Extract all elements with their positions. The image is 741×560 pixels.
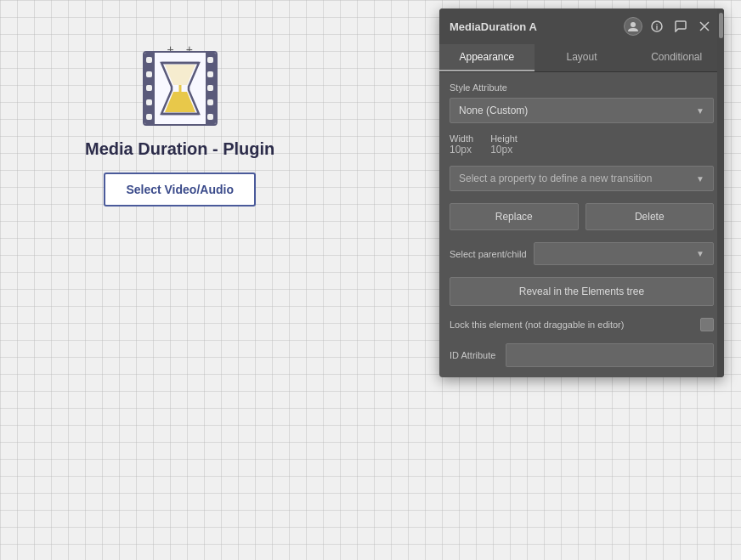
height-value: 10px [490,144,518,156]
svg-text:i: i [656,23,659,31]
panel-content: Style Attribute None (Custom) ▼ Width 10… [439,72,724,377]
id-row: ID Attribute [450,343,714,367]
parent-child-dropdown[interactable]: ▼ [534,242,715,265]
hourglass-svg [158,61,202,116]
style-attribute-value: None (Custom) [459,105,528,116]
scroll-indicator[interactable] [717,8,724,377]
plugin-preview: + + Med [85,51,274,206]
panel-title: MediaDuration A [450,20,537,33]
action-buttons: Replace Delete [450,203,714,230]
film-holes-left [144,53,155,124]
replace-button[interactable]: Replace [450,203,579,230]
width-value: 10px [450,144,473,156]
delete-button[interactable]: Delete [585,203,715,230]
style-attribute-dropdown[interactable]: None (Custom) ▼ [450,98,714,123]
transition-placeholder: Select a property to define a new transi… [459,173,652,184]
header-icons: i [624,17,714,36]
id-attribute-label: ID Attribute [450,350,495,360]
id-attribute-input[interactable] [506,343,714,367]
width-group: Width 10px [450,133,473,156]
style-attribute-label: Style Attribute [450,82,714,93]
plugin-title: Media Duration - Plugin [85,139,274,159]
reveal-elements-tree-button[interactable]: Reveal in the Elements tree [450,277,714,306]
parent-child-label: Select parent/child [450,249,527,259]
scroll-thumb[interactable] [719,13,723,38]
film-holes-right [206,53,216,124]
svg-point-6 [631,22,636,27]
chevron-down-icon: ▼ [696,249,704,258]
lock-checkbox[interactable] [700,318,714,331]
plugin-icon [143,51,218,126]
parent-child-row: Select parent/child ▼ [450,242,714,265]
height-group: Height 10px [490,133,518,156]
info-icon[interactable]: i [648,17,666,36]
chevron-down-icon: ▼ [696,106,704,116]
select-video-audio-button[interactable]: Select Video/Audio [104,173,256,206]
transition-dropdown[interactable]: Select a property to define a new transi… [450,166,714,191]
lock-label: Lock this element (not draggable in edit… [450,320,624,330]
panel-header: MediaDuration A i [439,8,724,44]
properties-panel: MediaDuration A i [439,8,724,377]
tab-layout[interactable]: Layout [535,44,630,71]
width-label: Width [450,133,473,144]
user-icon[interactable] [624,17,642,36]
tab-bar: Appearance Layout Conditional [439,44,724,72]
height-label: Height [490,133,518,144]
lock-row: Lock this element (not draggable in edit… [450,318,714,331]
tab-appearance[interactable]: Appearance [439,44,535,71]
chat-icon[interactable] [671,17,690,36]
close-icon[interactable] [695,17,714,36]
tab-conditional[interactable]: Conditional [629,44,724,71]
dimensions-row: Width 10px Height 10px [450,133,714,156]
chevron-down-icon: ▼ [696,174,704,184]
